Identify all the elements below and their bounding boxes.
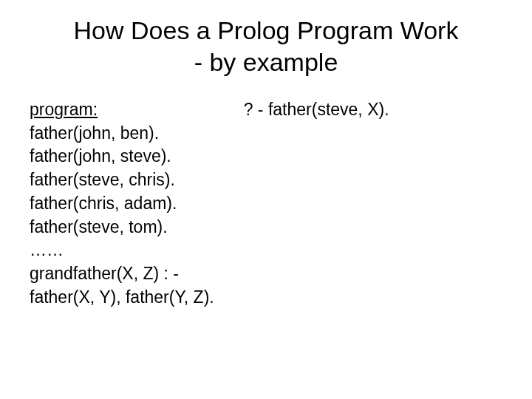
title-line-1: How Does a Prolog Program Work <box>74 16 459 44</box>
fact-line: father(john, ben). <box>30 122 214 146</box>
query-line: ? - father(steve, X). <box>244 98 502 122</box>
query-column: ? - father(steve, X). <box>244 98 502 310</box>
fact-line: father(john, steve). <box>30 145 214 168</box>
title-line-2: - by example <box>194 48 338 76</box>
fact-line: father(chris, adam). <box>30 192 214 216</box>
slide-title: How Does a Prolog Program Work - by exam… <box>30 15 502 78</box>
fact-line: father(steve, chris). <box>30 168 214 192</box>
content-area: program: father(john, ben). father(john,… <box>30 98 502 310</box>
program-column: program: father(john, ben). father(john,… <box>30 98 214 310</box>
program-heading: program: <box>30 98 214 122</box>
fact-line: father(steve, tom). <box>30 216 214 239</box>
rule-body: father(X, Y), father(Y, Z). <box>30 286 214 310</box>
ellipsis-line: …… <box>30 239 214 262</box>
rule-head: grandfather(X, Z) : - <box>30 262 214 286</box>
